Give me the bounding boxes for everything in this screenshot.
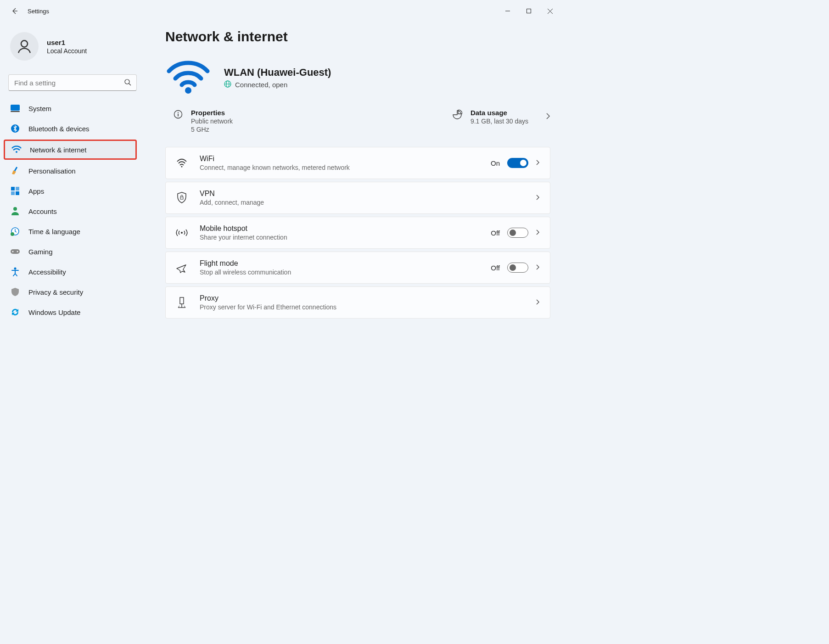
chevron-right-icon: [536, 159, 540, 167]
user-account-type: Local Account: [47, 47, 87, 55]
network-name: WLAN (Huawei-Guest): [224, 67, 331, 78]
svg-point-18: [11, 232, 14, 236]
svg-point-23: [185, 87, 191, 94]
sidebar-item-apps[interactable]: Apps: [4, 182, 137, 200]
user-name: user1: [47, 39, 87, 46]
sidebar-item-time[interactable]: Time & language: [4, 222, 137, 241]
card-title: Flight mode: [200, 259, 479, 268]
svg-point-5: [125, 79, 129, 84]
svg-rect-7: [11, 105, 20, 111]
data-usage-summary[interactable]: Data usage 9.1 GB, last 30 days: [371, 109, 551, 133]
svg-point-28: [178, 112, 179, 113]
svg-point-22: [14, 268, 17, 270]
person-icon: [10, 206, 20, 216]
card-title: Mobile hotspot: [200, 224, 479, 233]
nav-label: System: [28, 105, 51, 112]
sidebar-item-privacy[interactable]: Privacy & security: [4, 283, 137, 301]
chevron-right-icon: [536, 194, 540, 202]
svg-rect-15: [16, 191, 19, 195]
prop-line2: 5 GHz: [191, 126, 233, 133]
wifi-toggle[interactable]: [507, 158, 528, 168]
card-wifi[interactable]: WiFi Connect, manage known networks, met…: [165, 147, 550, 179]
wifi-icon: [176, 158, 188, 168]
sidebar: user1 Local Account System Bluetooth & d…: [0, 22, 142, 438]
svg-point-10: [16, 151, 17, 153]
card-vpn[interactable]: VPN Add, connect, manage: [165, 182, 550, 214]
network-hero: WLAN (Huawei-Guest) Connected, open: [165, 58, 550, 97]
app-title: Settings: [28, 8, 49, 15]
svg-point-16: [13, 207, 17, 211]
nav-label: Network & internet: [30, 146, 86, 154]
hotspot-toggle[interactable]: [507, 228, 528, 238]
svg-rect-13: [16, 187, 19, 190]
maximize-button[interactable]: [518, 4, 539, 18]
sidebar-item-bluetooth[interactable]: Bluetooth & devices: [4, 119, 137, 138]
wifi-icon: [11, 145, 22, 155]
proxy-icon: [176, 297, 188, 308]
svg-rect-29: [178, 114, 179, 117]
card-sub: Add, connect, manage: [200, 199, 411, 206]
sidebar-item-system[interactable]: System: [4, 99, 137, 118]
gaming-icon: [10, 246, 20, 257]
nav-label: Windows Update: [28, 308, 80, 316]
chevron-right-icon: [546, 112, 550, 120]
main-content: Network & internet WLAN (Huawei-Guest) C…: [142, 22, 564, 438]
svg-point-4: [21, 40, 28, 47]
search-icon: [124, 78, 131, 88]
brush-icon: [10, 166, 20, 176]
hotspot-icon: [176, 228, 188, 238]
sidebar-item-gaming[interactable]: Gaming: [4, 242, 137, 261]
minimize-button[interactable]: [497, 4, 518, 18]
chevron-right-icon: [536, 229, 540, 237]
sidebar-item-accessibility[interactable]: Accessibility: [4, 263, 137, 281]
sidebar-item-personalisation[interactable]: Personalisation: [4, 162, 137, 180]
usage-title: Data usage: [471, 109, 528, 117]
prop-line1: Public network: [191, 118, 233, 125]
flight-toggle[interactable]: [507, 263, 528, 273]
svg-point-20: [12, 251, 14, 252]
accessibility-icon: [10, 267, 20, 277]
svg-rect-31: [180, 197, 183, 199]
pie-icon: [452, 110, 462, 122]
shield-icon: [10, 287, 20, 297]
sidebar-item-update[interactable]: Windows Update: [4, 303, 137, 321]
card-flight[interactable]: Flight mode Stop all wireless communicat…: [165, 252, 550, 284]
card-title: Proxy: [200, 294, 524, 302]
toggle-label: Off: [491, 229, 500, 237]
nav-label: Accounts: [28, 207, 57, 215]
card-hotspot[interactable]: Mobile hotspot Share your internet conne…: [165, 217, 550, 249]
svg-rect-11: [14, 167, 18, 171]
toggle-label: Off: [491, 264, 500, 272]
chevron-right-icon: [536, 299, 540, 307]
svg-point-21: [17, 251, 18, 252]
svg-rect-19: [11, 249, 20, 254]
shield-lock-icon: [176, 192, 188, 204]
toggle-label: On: [491, 159, 500, 167]
sidebar-item-network[interactable]: Network & internet: [4, 140, 137, 160]
plane-icon: [176, 262, 188, 273]
svg-point-32: [181, 232, 183, 234]
user-block[interactable]: user1 Local Account: [4, 22, 142, 74]
svg-rect-14: [11, 191, 15, 195]
nav-label: Bluetooth & devices: [28, 125, 90, 133]
svg-rect-8: [11, 111, 20, 112]
svg-line-6: [129, 84, 131, 85]
search-input[interactable]: [8, 74, 137, 91]
system-icon: [10, 103, 20, 113]
svg-rect-33: [180, 297, 184, 304]
bluetooth-icon: [10, 123, 20, 134]
card-sub: Stop all wireless communication: [200, 269, 411, 276]
info-icon: [174, 110, 183, 121]
svg-point-30: [181, 166, 183, 168]
card-sub: Connect, manage known networks, metered …: [200, 164, 411, 171]
card-title: VPN: [200, 190, 524, 198]
close-button[interactable]: [539, 4, 560, 18]
properties-summary[interactable]: Properties Public network 5 GHz: [174, 109, 353, 133]
card-proxy[interactable]: Proxy Proxy server for Wi-Fi and Etherne…: [165, 286, 550, 319]
prop-title: Properties: [191, 109, 233, 117]
usage-line: 9.1 GB, last 30 days: [471, 118, 528, 125]
back-button[interactable]: [6, 3, 23, 19]
sidebar-item-accounts[interactable]: Accounts: [4, 202, 137, 220]
globe-icon: [224, 80, 231, 89]
nav-label: Privacy & security: [28, 288, 83, 296]
